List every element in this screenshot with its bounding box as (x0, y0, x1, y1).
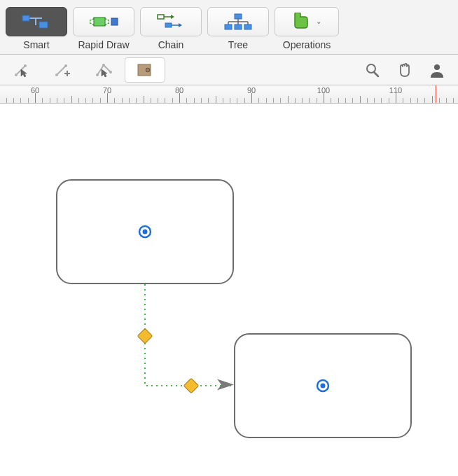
shape-rounded-rect-1[interactable] (56, 179, 234, 284)
svg-marker-12 (171, 15, 174, 19)
zoom-button[interactable] (357, 57, 388, 83)
tool-tree-label: Tree (228, 39, 248, 50)
tool-operations-label: Operations (283, 39, 331, 50)
tool-rapiddraw-button[interactable] (73, 7, 134, 36)
svg-marker-48 (217, 379, 234, 391)
svg-rect-24 (244, 24, 251, 29)
chain-icon (155, 12, 186, 31)
svg-rect-13 (165, 23, 172, 27)
connector-handle[interactable] (137, 328, 153, 344)
svg-rect-3 (39, 22, 48, 28)
sub-toolbar-left (3, 57, 165, 83)
tool-chain-group: Chain (140, 7, 202, 50)
drawing-canvas[interactable] (0, 104, 458, 476)
user-button[interactable] (422, 57, 452, 83)
svg-point-43 (434, 64, 440, 70)
chevron-down-icon: ⌄ (316, 18, 321, 25)
tool-tree-group: Tree (207, 7, 269, 50)
svg-rect-23 (235, 24, 242, 29)
pointer-tool-icon (14, 62, 32, 78)
edit-points-tool-button[interactable] (84, 57, 125, 83)
svg-rect-10 (158, 15, 164, 19)
svg-marker-15 (179, 23, 182, 27)
tool-rapiddraw-label: Rapid Draw (78, 39, 129, 50)
tool-smart-group: Smart (6, 7, 67, 50)
pointer-tool-button[interactable] (3, 57, 43, 83)
svg-point-37 (109, 71, 112, 74)
svg-point-40 (147, 69, 148, 71)
tool-operations-group: ⌄ Operations (275, 7, 339, 50)
tool-tree-button[interactable] (207, 7, 269, 36)
svg-point-36 (102, 64, 105, 66)
tool-rapiddraw-group: Rapid Draw (73, 7, 134, 50)
svg-point-35 (96, 74, 99, 76)
connector-handle[interactable] (183, 378, 200, 394)
svg-rect-9 (111, 18, 118, 25)
smart-mode-icon (21, 12, 52, 31)
add-point-icon (55, 62, 73, 78)
sub-toolbar (0, 55, 458, 85)
svg-rect-22 (225, 24, 232, 29)
shape-rounded-rect-2[interactable] (234, 333, 412, 438)
svg-rect-16 (235, 14, 242, 19)
canvas-tool-button[interactable] (125, 57, 165, 83)
ruler-position-marker (436, 85, 436, 103)
svg-point-45 (143, 230, 148, 234)
tool-chain-label: Chain (158, 39, 184, 50)
center-target-icon (137, 224, 153, 239)
tool-chain-button[interactable] (140, 7, 202, 36)
svg-marker-4 (90, 18, 94, 22)
sub-toolbar-right (357, 57, 452, 83)
tool-operations-button[interactable]: ⌄ (275, 7, 339, 36)
svg-line-34 (104, 65, 111, 72)
pan-button[interactable] (389, 57, 420, 83)
svg-marker-6 (105, 18, 109, 22)
svg-rect-2 (22, 15, 29, 21)
canvas-tool-icon (136, 62, 154, 78)
svg-marker-5 (90, 22, 94, 26)
horizontal-ruler: 60 70 80 90 100 110 (0, 85, 458, 104)
svg-point-47 (321, 384, 326, 388)
svg-rect-38 (138, 64, 151, 76)
svg-point-27 (24, 64, 27, 67)
tree-icon (223, 12, 254, 31)
operations-icon (292, 13, 312, 31)
add-point-tool-button[interactable] (43, 57, 84, 83)
svg-line-42 (374, 72, 378, 76)
tool-smart-label: Smart (23, 39, 49, 50)
edit-points-icon (95, 62, 113, 78)
person-icon (429, 62, 445, 78)
connector-arrowhead (216, 378, 235, 394)
hand-icon (396, 62, 413, 78)
svg-point-26 (15, 74, 18, 76)
svg-point-29 (55, 74, 58, 76)
magnifier-icon (364, 62, 381, 78)
svg-rect-8 (94, 18, 105, 26)
svg-point-30 (64, 64, 67, 67)
center-target-icon (315, 378, 331, 393)
rapid-draw-icon (88, 12, 119, 31)
tool-smart-button[interactable] (6, 7, 67, 36)
main-toolbar: Smart Rapid Draw Chain (0, 0, 458, 55)
svg-marker-7 (105, 22, 109, 26)
